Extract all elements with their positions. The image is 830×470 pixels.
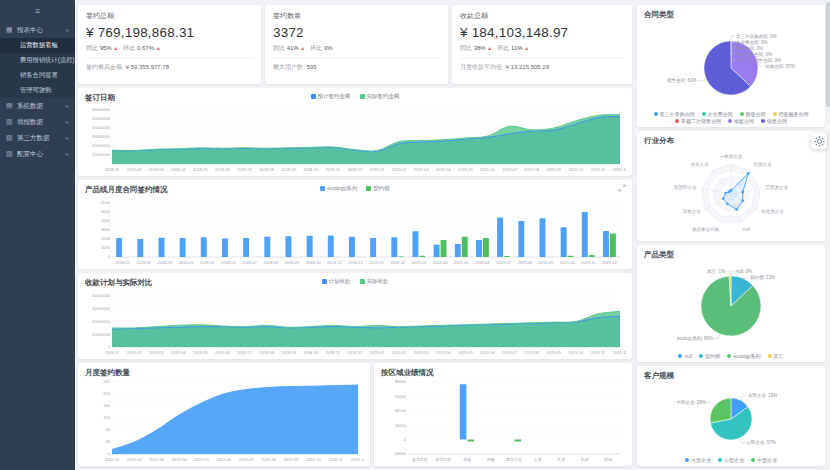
legend-item[interactable]: 预计签约金额: [311, 93, 351, 100]
svg-text:5000: 5000: [101, 209, 111, 214]
kpi-card-contract-count: 签约数量 3372 同比 41% ▲ 环比 0% 最大用户数:595: [265, 5, 448, 84]
trend-up-icon: ▲: [524, 45, 529, 51]
kpi-trend: 同比 95% ▲ 环比 0.67% ▲: [86, 44, 253, 53]
chart-legend: ecology系列契约锁: [78, 185, 632, 192]
svg-text:2018-05: 2018-05: [193, 167, 208, 172]
svg-text:制造类企业: 制造类企业: [761, 209, 784, 214]
svg-text:2000: 2000: [101, 236, 111, 241]
svg-text:企业费合同: 0%: 企业费合同: 0%: [736, 40, 768, 45]
chart-card-signing-date: 签订日期 预计签约金额实际签约金额 1000000020000000300000…: [78, 88, 632, 176]
legend-item[interactable]: 中型企业: [751, 457, 777, 463]
chevron-up-icon: ∧: [65, 27, 69, 33]
customer-scale-pie-chart[interactable]: 大型企业: 15%小型企业: 57%中型企业: 28%: [643, 384, 819, 454]
config-center-icon: ▨: [6, 150, 15, 158]
sidebar-item-config-center[interactable]: ▨ 配置中心 ∨: [0, 146, 75, 162]
signing-date-area-chart[interactable]: 1000000020000000300000004000000050000000…: [84, 107, 626, 173]
svg-text:20000: 20000: [395, 423, 407, 428]
svg-text:2018-03: 2018-03: [149, 167, 164, 172]
chart-card-collection-compare: 收款计划与实际对比 计划收款实际收款 010000000200000003000…: [78, 273, 632, 359]
chart-title: 合同类型: [644, 10, 674, 20]
sidebar-item-sales-contract-sign[interactable]: 销售合同签署: [0, 68, 75, 83]
region-performance-bar-chart[interactable]: -20000020000400006000080000东北大区华北大区华东华南西…: [380, 379, 626, 463]
legend-item[interactable]: 计划收款: [322, 278, 351, 285]
chart-legend: 第三方采购合同企业费合同新签合同增值服务合同常规二次销售合同续签合同销售合同: [637, 111, 825, 124]
sidebar-collapse-button[interactable]: ≡: [0, 0, 75, 22]
svg-text:2019-02: 2019-02: [127, 457, 142, 462]
fill-data-icon: ▥: [6, 118, 15, 126]
svg-text:0: 0: [108, 254, 111, 259]
sidebar-item-management-cockpit[interactable]: 管理驾驶舱: [0, 83, 75, 98]
legend-item[interactable]: 新签合同: [740, 111, 766, 117]
svg-text:2018-12: 2018-12: [348, 260, 363, 265]
legend-item[interactable]: 续签合同: [728, 118, 754, 124]
report-center-icon: ▦: [6, 26, 15, 34]
svg-text:增值服务合同: 0%: 增值服务合同: 0%: [735, 52, 772, 57]
svg-text:2019-02: 2019-02: [392, 167, 407, 172]
settings-button[interactable]: [811, 133, 827, 149]
kpi-value: ¥ 769,198,868.31: [86, 25, 253, 40]
sidebar-item-system-data[interactable]: ▤ 系统数据 ∨: [0, 98, 75, 114]
report-center-submenu: 运营数据看板 费用报销统计(流程) 销售合同签署 管理驾驶舱: [0, 38, 75, 98]
legend-item[interactable]: ecology系列: [727, 353, 760, 359]
chart-title: 客户规模: [644, 371, 674, 381]
svg-text:2018-04: 2018-04: [171, 167, 186, 172]
svg-text:2019-04: 2019-04: [436, 167, 451, 172]
svg-text:东北大区: 东北大区: [412, 457, 428, 462]
scrollbar-thumb[interactable]: [826, 2, 830, 107]
kpi-trend: 同比 41% ▲ 环比 0%: [273, 44, 440, 53]
sidebar-item-fill-data[interactable]: ▥ 填报数据 ∨: [0, 114, 75, 130]
sidebar-item-expense-stats[interactable]: 费用报销统计(流程): [0, 53, 75, 68]
svg-text:2018-07: 2018-07: [237, 167, 252, 172]
svg-text:2019-10: 2019-10: [568, 350, 583, 355]
sidebar-item-label: 配置中心: [17, 150, 43, 159]
svg-text:2019-02: 2019-02: [390, 260, 405, 265]
legend-item[interactable]: 第三方采购合同: [654, 111, 695, 117]
legend-item[interactable]: 销售合同: [761, 118, 787, 124]
chevron-down-icon: ∨: [65, 119, 69, 125]
svg-text:2018-06: 2018-06: [221, 260, 236, 265]
industry-radar-chart[interactable]: 一般类企业民营企业贸易类企业制造类企业null政府事业机构国有企业集团型企业合资…: [643, 146, 819, 238]
legend-item[interactable]: 常规二次销售合同: [675, 118, 721, 124]
sidebar-item-label: 系统数据: [17, 102, 43, 111]
legend-item[interactable]: 其它: [768, 353, 784, 359]
svg-text:2019-08: 2019-08: [524, 167, 539, 172]
collection-area-chart[interactable]: 0100000002000000030000000400000002018-01…: [84, 293, 626, 356]
expand-icon[interactable]: [618, 184, 626, 192]
kpi-card-total-collection: 收款总额 ¥ 184,103,148.97 同比 38% ▲ 环比 11% ▲ …: [452, 5, 632, 84]
chevron-down-icon: ∨: [65, 103, 69, 109]
svg-text:30000000: 30000000: [92, 134, 111, 139]
sidebar-item-operations-dashboard[interactable]: 运营数据看板: [0, 38, 75, 53]
svg-text:1000: 1000: [101, 245, 111, 250]
legend-item[interactable]: 小型企业: [718, 457, 744, 463]
svg-text:2019-01: 2019-01: [370, 350, 385, 355]
svg-text:40: 40: [106, 439, 111, 444]
legend-item[interactable]: 大型企业: [685, 457, 711, 463]
legend-item[interactable]: 实际收款: [360, 278, 389, 285]
svg-text:2018-10: 2018-10: [306, 260, 321, 265]
monthly-sign-count-area-chart[interactable]: 040801201602002402019-012019-022019-0320…: [84, 379, 364, 463]
svg-text:2019-05: 2019-05: [454, 260, 469, 265]
svg-text:null: null: [743, 227, 750, 232]
svg-text:2018-05: 2018-05: [193, 350, 208, 355]
product-type-pie-chart[interactable]: null: 0%契约锁: 13%其它: 1%ecology系列: 86%: [643, 262, 819, 350]
legend-item[interactable]: null: [678, 353, 692, 359]
legend-item[interactable]: 实际签约金额: [360, 93, 400, 100]
sidebar-item-third-party-data[interactable]: ▧ 第三方数据 ∨: [0, 130, 75, 146]
svg-text:2018-02: 2018-02: [127, 167, 142, 172]
legend-item[interactable]: ecology系列: [320, 185, 357, 192]
legend-item[interactable]: 增值服务合同: [773, 111, 809, 117]
svg-text:2019-03: 2019-03: [414, 167, 429, 172]
product-line-bar-chart[interactable]: 01000200030004000500060002018-012018-022…: [84, 200, 626, 266]
legend-item[interactable]: 契约锁: [699, 353, 720, 359]
legend-item[interactable]: 契约锁: [366, 185, 390, 192]
contract-type-pie-chart[interactable]: 第三方采购合同: 0%企业费合同: 0%新签合同: 0%增值服务合同: 0%常规…: [643, 27, 819, 109]
sidebar-item-report-center[interactable]: ▦ 报表中心 ∧: [0, 22, 75, 38]
svg-text:2019-06: 2019-06: [480, 350, 495, 355]
chart-card-product-type: 产品类型 null: 0%契约锁: 13%其它: 1%ecology系列: 86…: [637, 245, 825, 362]
legend-item[interactable]: 企业费合同: [702, 111, 733, 117]
svg-text:2019-03: 2019-03: [414, 350, 429, 355]
svg-text:2019-06: 2019-06: [475, 260, 490, 265]
svg-text:2019-06: 2019-06: [216, 457, 231, 462]
svg-text:2019-09: 2019-09: [284, 457, 299, 462]
svg-text:10000000: 10000000: [92, 332, 111, 337]
